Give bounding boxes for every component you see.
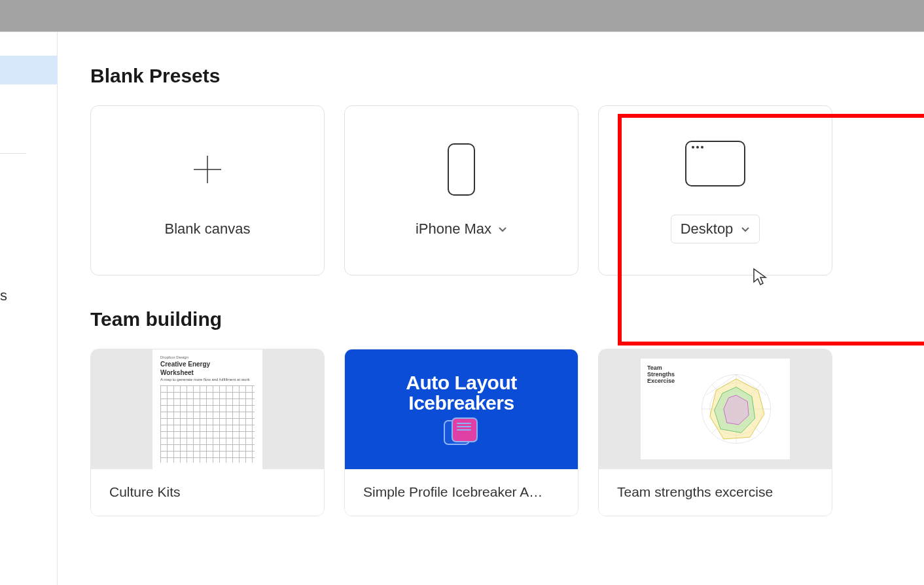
chevron-down-icon (498, 224, 507, 234)
preset-dropdown-desktop[interactable]: Desktop (671, 215, 760, 243)
preset-label: Desktop (681, 221, 734, 238)
preset-iphone[interactable]: iPhone Max (344, 105, 578, 275)
template-thumbnail: Team Strengths Excercise (599, 349, 832, 469)
preset-desktop[interactable]: Desktop (598, 105, 832, 275)
templates-row: Dropbox Design Creative Energy Worksheet… (90, 349, 891, 516)
template-label: Simple Profile Icebreaker A… (345, 469, 578, 516)
layout-icon (444, 417, 479, 446)
radar-chart-icon (690, 365, 782, 453)
preset-blank-canvas[interactable]: Blank canvas (90, 105, 325, 275)
plus-icon (194, 143, 221, 196)
sidebar-truncated-label: s (0, 287, 7, 304)
section-title-presets: Blank Presets (90, 65, 891, 87)
main-content: Blank Presets Blank canvas iPhone Max (58, 32, 924, 585)
chevron-down-icon (741, 224, 750, 234)
presets-row: Blank canvas iPhone Max (90, 105, 891, 275)
template-label: Culture Kits (91, 469, 324, 516)
template-culture-kits[interactable]: Dropbox Design Creative Energy Worksheet… (90, 349, 325, 516)
section-title-team: Team building (90, 308, 891, 330)
desktop-icon (685, 137, 745, 190)
template-label: Team strengths excercise (599, 469, 832, 516)
preset-dropdown-iphone[interactable]: iPhone Max (416, 221, 507, 238)
template-icebreakers[interactable]: Auto Layout Icebreakers Simple Profile I… (344, 349, 578, 516)
sidebar: s (0, 32, 58, 585)
preset-label: Blank canvas (165, 221, 251, 238)
template-strengths[interactable]: Team Strengths Excercise (598, 349, 832, 516)
template-thumbnail: Dropbox Design Creative Energy Worksheet… (91, 349, 324, 469)
sidebar-selected-item[interactable] (0, 56, 58, 84)
main-window: s Blank Presets Blank canvas iPhone M (0, 31, 924, 585)
template-thumbnail: Auto Layout Icebreakers (345, 349, 578, 469)
sidebar-divider (0, 153, 26, 154)
preset-label: iPhone Max (416, 221, 491, 238)
phone-icon (448, 143, 475, 196)
